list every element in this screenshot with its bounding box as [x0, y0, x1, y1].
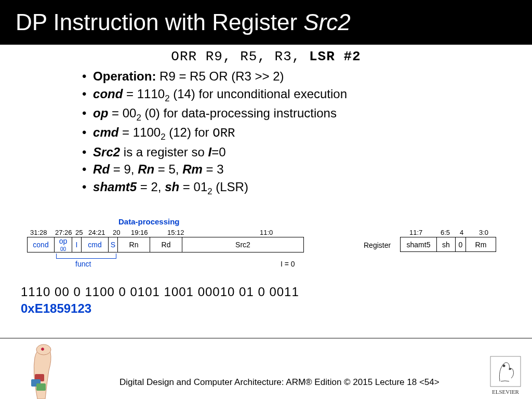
bit-label: 24:21	[88, 229, 105, 236]
svg-rect-4	[490, 356, 521, 387]
bullet-cmd: cmd = 11002 (12) for ORR	[94, 124, 511, 143]
field-rm: Rm	[466, 237, 496, 252]
svg-point-6	[509, 368, 511, 370]
binary-encoding: 1110 00 0 1100 0 0101 1001 00010 01 0 00…	[21, 285, 299, 299]
dp-label: Data-processing	[118, 217, 180, 226]
bit-label: 4	[460, 229, 463, 236]
funct-bracket	[56, 254, 116, 259]
field-rn: Rn	[118, 237, 150, 252]
svg-point-5	[503, 365, 506, 367]
field-src2: Src2	[182, 237, 304, 252]
publisher-logo: ELSEVIER	[489, 355, 522, 395]
slide-footer: Digital Design and Computer Architecture…	[0, 338, 532, 399]
field-i: I	[72, 237, 82, 252]
bit-label: 11:7	[409, 229, 422, 236]
register-label: Register	[364, 241, 391, 249]
title-text: DP Instruction with Register	[16, 9, 303, 35]
field-op: op	[59, 237, 68, 245]
slide-title: DP Instruction with Register Src2	[0, 0, 532, 45]
bullet-src2: Src2 is a register so I=0	[94, 143, 511, 161]
field-s: S	[109, 237, 118, 252]
bit-label: 6:5	[441, 229, 450, 236]
code-bold: LSR #2	[309, 49, 361, 64]
bullet-list: Operation: R9 = R5 OR (R3 >> 2) cond = 1…	[21, 68, 511, 197]
bit-label: 15:12	[167, 229, 184, 236]
arm-illustration	[6, 342, 69, 399]
footer-text: Digital Design and Computer Architecture…	[119, 377, 440, 388]
publisher-name: ELSEVIER	[492, 389, 519, 395]
bullet-operation: Operation: R9 = R5 OR (R3 >> 2)	[94, 68, 511, 85]
instruction-code: ORR R9, R5, R3, LSR #2	[21, 49, 511, 64]
field-cond: cond	[28, 237, 55, 252]
bullet-cond: cond = 11102 (14) for unconditional exec…	[94, 85, 511, 104]
bit-label: 27:26	[55, 229, 72, 236]
bit-label: 3:0	[479, 229, 488, 236]
register-table: shamt5 sh 0 Rm	[400, 237, 496, 252]
bit-label: 20	[113, 229, 120, 236]
bullet-registers: Rd = 9, Rn = 5, Rm = 3	[94, 161, 511, 178]
svg-rect-3	[36, 383, 46, 391]
slide-content: ORR R9, R5, R3, LSR #2 Operation: R9 = R…	[0, 45, 532, 197]
bullet-shamt: shamt5 = 2, sh = 012 (LSR)	[94, 178, 511, 197]
title-italic: Src2	[303, 9, 350, 35]
field-sh: sh	[437, 237, 456, 252]
code-pre: ORR R9, R5, R3,	[171, 49, 309, 64]
field-rd: Rd	[150, 237, 182, 252]
bit-label: 19:16	[131, 229, 148, 236]
field-shamt5: shamt5	[401, 237, 437, 252]
bit-label: 25	[75, 229, 83, 236]
encoding-table: cond op00 I cmd S Rn Rd Src2	[27, 237, 304, 252]
bit-label: 31:28	[30, 229, 47, 236]
bit-label: 11:0	[260, 229, 273, 236]
i-zero-label: I = 0	[281, 260, 295, 268]
field-cmd: cmd	[82, 237, 109, 252]
bullet-op: op = 002 (0) for data-processing instruc…	[94, 104, 511, 124]
funct-label: funct	[75, 260, 91, 268]
field-zero: 0	[456, 237, 466, 252]
hex-encoding: 0xE1859123	[21, 301, 91, 316]
